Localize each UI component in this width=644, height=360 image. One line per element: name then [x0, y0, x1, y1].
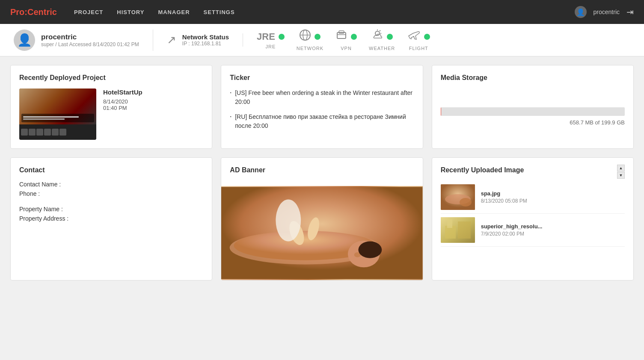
network-ip: IP : 192.168.1.81	[182, 41, 229, 47]
network-icon	[299, 29, 311, 44]
svg-rect-25	[447, 219, 452, 228]
network-info: Network Status IP : 192.168.1.81	[182, 33, 229, 47]
vpn-icon	[335, 29, 347, 44]
jre-icon: JRE	[257, 31, 275, 42]
svg-point-6	[375, 31, 380, 35]
vpn-label: VPN	[341, 46, 352, 51]
navbar-username: procentric	[594, 9, 620, 15]
nav-project[interactable]: PROJECT	[74, 9, 103, 15]
svg-point-18	[276, 200, 301, 242]
status-jre: JRE JRE	[257, 31, 285, 49]
recently-deployed-card: Recently Deployed Project	[10, 65, 212, 149]
ticker-text-1: [US] Free beer when ordering a steak in …	[235, 89, 414, 106]
thumb-top	[19, 89, 96, 124]
flight-status-dot	[424, 34, 430, 40]
scroll-up-btn[interactable]: ▲	[617, 165, 625, 171]
storage-bar-container	[441, 107, 625, 116]
network-status-dot	[315, 34, 321, 40]
ticker-title: Ticker	[230, 74, 414, 82]
svg-line-8	[380, 30, 380, 31]
project-name: HotelStartUp	[103, 89, 142, 96]
uploaded-filename-1: spa.jpg	[481, 190, 527, 197]
user-avatar: 👤	[14, 30, 35, 51]
status-indicators: JRE JRE NETWORK	[243, 29, 630, 51]
contact-title: Contact	[19, 166, 203, 174]
navbar-right: 👤 procentric ⇥	[575, 6, 634, 18]
recently-uploaded-title: Recently Uploaded Image	[441, 166, 625, 174]
storage-bar-fill	[441, 107, 441, 116]
user-info: procentric super / Last Accessed 8/14/20…	[41, 33, 139, 47]
contact-phone-label: Phone :	[19, 190, 40, 197]
ticker-item-1: · [US] Free beer when ordering a steak i…	[230, 89, 414, 106]
username: procentric	[41, 33, 139, 41]
property-address-field: Property Address :	[19, 215, 203, 222]
uploaded-item-2: superior_high_resolu... 7/9/2020 02:00 P…	[441, 214, 625, 247]
nav-manager[interactable]: MANAGER	[158, 9, 190, 15]
uploaded-date-1: 8/13/2020 05:08 PM	[481, 198, 527, 204]
svg-point-21	[460, 198, 472, 207]
status-weather: WEATHER	[369, 29, 395, 51]
scroll-down-btn[interactable]: ▼	[617, 172, 625, 179]
network-indicator-label: NETWORK	[297, 46, 323, 51]
jre-label: JRE	[266, 44, 276, 49]
weather-icon	[371, 29, 383, 44]
navbar: Pro:Centric PROJECT HISTORY MANAGER SETT…	[0, 0, 644, 24]
contact-section-2: Property Name : Property Address :	[19, 206, 203, 222]
svg-rect-24	[458, 221, 471, 239]
weather-label: WEATHER	[369, 46, 395, 51]
uploaded-filename-2: superior_high_resolu...	[481, 223, 543, 230]
vpn-status-dot	[351, 34, 357, 40]
property-address-label: Property Address :	[19, 215, 68, 222]
ticker-bullet-2: ·	[230, 112, 231, 130]
storage-text: 658.7 MB of 199.9 GB	[441, 119, 625, 126]
deployed-project: HotelStartUp 8/14/2020 01:40 PM	[19, 89, 203, 140]
status-flight: FLIGHT	[407, 29, 430, 51]
project-info: HotelStartUp 8/14/2020 01:40 PM	[103, 89, 142, 111]
uploaded-thumb-1	[441, 184, 475, 210]
nav-settings[interactable]: SETTINGS	[204, 9, 235, 15]
flight-icon	[407, 29, 421, 44]
brand-logo: Pro:Centric	[10, 7, 57, 17]
uploaded-info-1: spa.jpg 8/13/2020 05:08 PM	[481, 190, 527, 204]
status-network-indicator: NETWORK	[297, 29, 323, 51]
contact-card: Contact Contact Name : Phone : Property …	[10, 157, 212, 280]
ticker-bullet-1: ·	[230, 89, 231, 106]
ticker-item-2: · [RU] Бесплатное пиво при заказе стейка…	[230, 112, 414, 130]
recently-deployed-title: Recently Deployed Project	[19, 74, 203, 82]
project-date: 8/14/2020 01:40 PM	[103, 98, 142, 111]
uploaded-info-2: superior_high_resolu... 7/9/2020 02:00 P…	[481, 223, 543, 237]
nav-history[interactable]: HISTORY	[117, 9, 144, 15]
logout-icon[interactable]: ⇥	[626, 7, 634, 17]
logo-centric: Centric	[27, 7, 57, 17]
ad-banner-title: AD Banner	[221, 158, 422, 179]
status-vpn: VPN	[335, 29, 357, 51]
ticker-text-2: [RU] Бесплатное пиво при заказе стейка в…	[235, 112, 414, 130]
thumb-bottom	[19, 124, 96, 140]
property-name-field: Property Name :	[19, 206, 203, 212]
contact-section-1: Contact Name : Phone :	[19, 181, 203, 197]
main-content: Recently Deployed Project	[0, 56, 644, 289]
user-avatar-icon: 👤	[575, 6, 587, 18]
network-share-icon: ↗	[167, 33, 176, 47]
media-storage-card: Media Storage 658.7 MB of 199.9 GB	[432, 65, 634, 149]
contact-name-label: Contact Name :	[19, 181, 61, 188]
main-nav: PROJECT HISTORY MANAGER SETTINGS	[74, 9, 575, 15]
uploaded-item-1: spa.jpg 8/13/2020 05:08 PM	[441, 181, 625, 214]
project-thumbnail	[19, 89, 96, 140]
uploaded-date-2: 7/9/2020 02:00 PM	[481, 231, 543, 237]
flight-label: FLIGHT	[409, 46, 428, 51]
status-user: 👤 procentric super / Last Accessed 8/14/…	[14, 30, 153, 51]
weather-status-dot	[387, 34, 393, 40]
property-name-label: Property Name :	[19, 206, 63, 212]
uploaded-thumb-2	[441, 217, 475, 243]
recently-uploaded-card: Recently Uploaded Image ▲ ▼	[432, 157, 634, 280]
svg-point-15	[359, 242, 382, 258]
status-bar: 👤 procentric super / Last Accessed 8/14/…	[0, 24, 644, 56]
ticker-card: Ticker · [US] Free beer when ordering a …	[221, 65, 423, 149]
media-storage-title: Media Storage	[441, 74, 625, 82]
spa-visual	[221, 186, 422, 280]
ad-banner-card: AD Banner	[221, 157, 423, 280]
logo-pro: Pro:	[10, 7, 27, 17]
status-network: ↗ Network Status IP : 192.168.1.81	[153, 33, 243, 47]
contact-name-field: Contact Name :	[19, 181, 203, 188]
